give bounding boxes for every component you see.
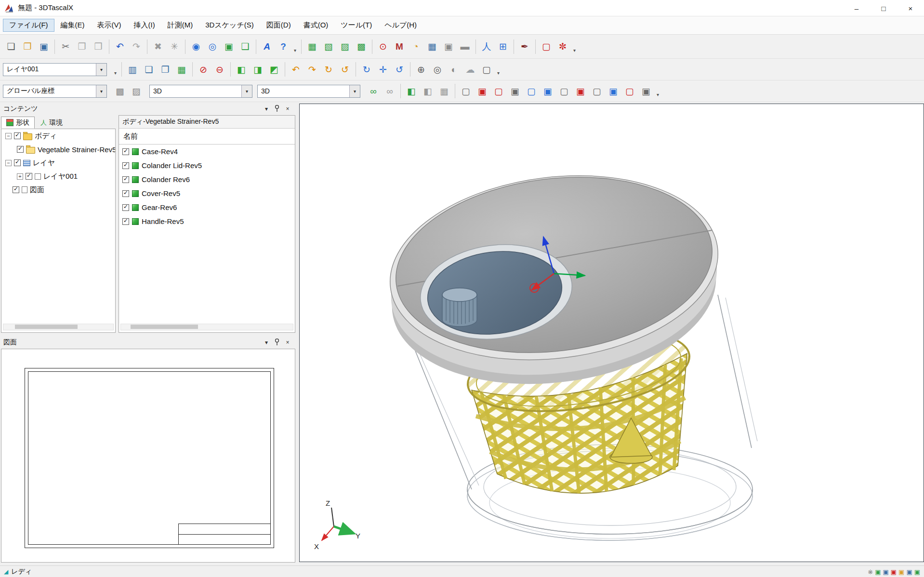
- delete-button[interactable]: ✖: [150, 39, 166, 55]
- link-bodies-button[interactable]: ∞: [365, 83, 382, 99]
- view-cube-9-button[interactable]: ▢: [589, 83, 605, 99]
- shading-button[interactable]: ◐: [446, 61, 462, 78]
- undo-button[interactable]: ↶: [112, 39, 128, 55]
- red-frame-button[interactable]: ▢: [538, 39, 554, 55]
- menu-item[interactable]: 書式(O): [297, 19, 335, 32]
- list-horizontal-scrollbar[interactable]: [120, 324, 293, 330]
- tab-environment[interactable]: 人 環境: [36, 117, 67, 129]
- orbit-button[interactable]: ↻: [358, 61, 375, 78]
- display-solid-button[interactable]: ▦: [304, 39, 320, 55]
- body-list-row[interactable]: Handle-Rev5: [119, 214, 295, 228]
- rotate-left-button[interactable]: ↶: [288, 61, 304, 78]
- layer-view-button[interactable]: ❐: [157, 61, 173, 78]
- zoom-fit-button[interactable]: ◉: [188, 39, 204, 55]
- body-list-row[interactable]: Colander Rev6: [119, 172, 295, 186]
- rotate-cw-button[interactable]: ↻: [320, 61, 337, 78]
- column-header-name[interactable]: 名前: [119, 129, 295, 144]
- view-cube-6-button[interactable]: ▣: [540, 83, 556, 99]
- toolbar-overflow-button[interactable]: ▾: [495, 61, 502, 78]
- view-cube-7-button[interactable]: ▢: [556, 83, 572, 99]
- menu-item[interactable]: 表示(V): [91, 19, 128, 32]
- save-file-button[interactable]: ▣: [36, 39, 52, 55]
- checkbox[interactable]: [122, 190, 129, 197]
- checkbox[interactable]: [122, 204, 129, 211]
- tree-horizontal-scrollbar[interactable]: [3, 324, 114, 330]
- layer-split-button[interactable]: ❏: [141, 61, 157, 78]
- link-off-button[interactable]: ∞: [382, 83, 398, 99]
- break-view-button[interactable]: ✼: [554, 39, 571, 55]
- view-cube-11-button[interactable]: ▢: [621, 83, 638, 99]
- measure-distance-button[interactable]: M: [391, 39, 408, 55]
- toolbar-overflow-button[interactable]: ▾: [291, 39, 299, 55]
- toolbar-overflow-button[interactable]: ▾: [654, 83, 661, 99]
- view-mode-combo-2[interactable]: 3D ▾: [257, 85, 360, 98]
- tree-item-body[interactable]: Vegetable Strainer-Rev5: [1, 143, 115, 156]
- menu-item[interactable]: ヘルプ(H): [378, 19, 423, 32]
- strainer-model[interactable]: Z X Y: [300, 104, 924, 562]
- menu-item[interactable]: ツール(T): [334, 19, 378, 32]
- menu-item[interactable]: ファイル(F): [3, 19, 54, 32]
- explode-button[interactable]: ✳: [166, 39, 183, 55]
- scrollbar-thumb[interactable]: [131, 325, 198, 329]
- expand-icon[interactable]: +: [17, 173, 23, 180]
- body-list-row[interactable]: Gear-Rev6: [119, 200, 295, 214]
- status-icon-3[interactable]: ▣: [891, 569, 897, 575]
- hide-body-button[interactable]: ⊘: [195, 61, 211, 78]
- text-annotation-button[interactable]: A: [259, 39, 275, 55]
- collapse-icon[interactable]: −: [5, 160, 12, 166]
- body-list-row[interactable]: Cover-Rev5: [119, 186, 295, 200]
- paste-button[interactable]: ❒: [90, 39, 106, 55]
- status-icon-6[interactable]: ▣: [914, 569, 920, 575]
- menu-item[interactable]: 3Dスケッチ(S): [199, 19, 260, 32]
- panel-close-button[interactable]: ×: [282, 338, 293, 347]
- checkbox[interactable]: [14, 159, 21, 166]
- toolbar-options-button[interactable]: ▾: [112, 61, 119, 78]
- zoom-in-button[interactable]: ⊕: [413, 61, 429, 78]
- rotate-right-button[interactable]: ↷: [304, 61, 320, 78]
- checkbox[interactable]: [14, 132, 21, 139]
- display-wireframe-button[interactable]: ▨: [337, 39, 353, 55]
- select-box-button[interactable]: ▢: [478, 61, 495, 78]
- view-cube-10-button[interactable]: ▣: [605, 83, 621, 99]
- scrollbar-thumb[interactable]: [15, 325, 78, 329]
- checkbox[interactable]: [122, 162, 129, 169]
- view-cube-4-button[interactable]: ▣: [507, 83, 523, 99]
- edit-mesh-button[interactable]: ▦: [436, 83, 452, 99]
- edit-solid-button[interactable]: ◧: [403, 83, 420, 99]
- tree-item-layer001[interactable]: + レイヤ001: [1, 170, 115, 183]
- pin-icon[interactable]: [272, 338, 282, 347]
- status-icon-2[interactable]: ▣: [883, 569, 889, 575]
- open-file-button[interactable]: ❐: [19, 39, 36, 55]
- close-button[interactable]: ×: [897, 0, 924, 16]
- view-iso-side-button[interactable]: ◩: [266, 61, 282, 78]
- collapse-icon[interactable]: −: [5, 133, 12, 139]
- measure-point-button[interactable]: ⊙: [375, 39, 391, 55]
- measure-grid-button[interactable]: ▦: [424, 39, 440, 55]
- zoom-dynamic-button[interactable]: ◎: [429, 61, 446, 78]
- panel-menu-button[interactable]: ▾: [261, 104, 272, 114]
- zoom-region-button[interactable]: ▣: [221, 39, 237, 55]
- spin-button[interactable]: ↺: [391, 61, 408, 78]
- new-file-button[interactable]: ❏: [3, 39, 19, 55]
- layer-table-button[interactable]: ▦: [173, 61, 190, 78]
- maximize-button[interactable]: □: [870, 0, 897, 16]
- view-mode-combo-1[interactable]: 3D ▾: [149, 85, 252, 98]
- zoom-window-button[interactable]: ◎: [204, 39, 221, 55]
- measure-ruler-button[interactable]: ▬: [457, 39, 473, 55]
- display-shaded-button[interactable]: ▩: [353, 39, 370, 55]
- toolbar-overflow-button[interactable]: ▾: [571, 39, 578, 55]
- menu-item[interactable]: 図面(D): [260, 19, 297, 32]
- chevron-down-icon[interactable]: ▾: [349, 85, 360, 97]
- transform-b-button[interactable]: ▨: [128, 83, 145, 99]
- cloud-button[interactable]: ☁: [462, 61, 478, 78]
- tab-shape[interactable]: 形状: [1, 117, 35, 129]
- view-iso-top-button[interactable]: ◨: [250, 61, 266, 78]
- layer-manager-button[interactable]: ▥: [124, 61, 141, 78]
- tree-item-layer-group[interactable]: − レイヤ: [1, 156, 115, 170]
- view-cube-3-button[interactable]: ▢: [490, 83, 507, 99]
- rotate-ccw-button[interactable]: ↺: [337, 61, 353, 78]
- stamp-button[interactable]: ✒: [516, 39, 533, 55]
- panel-menu-button[interactable]: ▾: [261, 338, 272, 347]
- drawing-preview[interactable]: [1, 349, 295, 563]
- cut-button[interactable]: ✂: [57, 39, 74, 55]
